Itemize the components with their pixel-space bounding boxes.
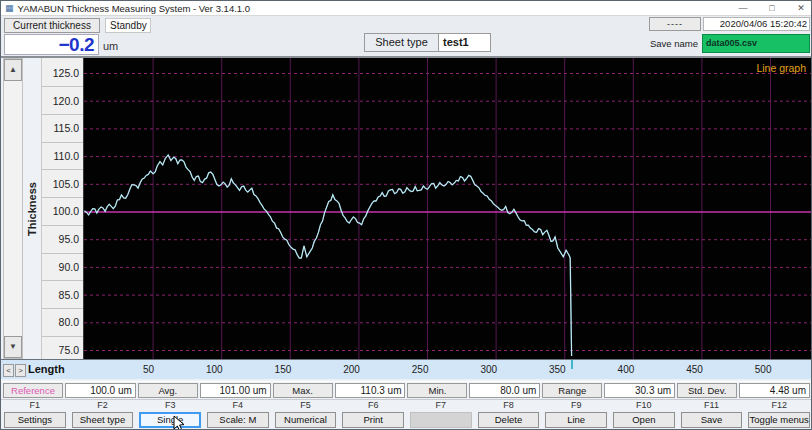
- y-tick-label: 120.0: [42, 87, 83, 115]
- mouse-cursor: [173, 415, 185, 430]
- stat-value: 4.48 um: [739, 383, 810, 398]
- fn-button-sheet-type[interactable]: Sheet type: [72, 412, 134, 428]
- y-tick-label: 110.0: [42, 143, 83, 171]
- y-tick-label: 100.0: [42, 198, 83, 226]
- stat-value: 80.0 um: [469, 383, 540, 398]
- app-icon: ▦: [5, 4, 14, 13]
- window-title: YAMABUN Thickness Measuring System - Ver…: [18, 3, 251, 14]
- y-tick-label: 115.0: [42, 115, 83, 143]
- chart-mode-label: Line graph: [756, 62, 806, 74]
- title-bar: ▦ YAMABUN Thickness Measuring System - V…: [1, 1, 811, 16]
- fn-button-toggle-menus[interactable]: Toggle menus: [748, 412, 810, 428]
- y-tick-label: 85.0: [42, 281, 83, 309]
- fn-button-delete[interactable]: Delete: [478, 412, 540, 428]
- fn-button-save[interactable]: Save: [681, 412, 743, 428]
- y-tick-label: 80.0: [42, 309, 83, 337]
- stat-label: Reference: [3, 383, 63, 398]
- scroll-left-icon[interactable]: <: [3, 364, 14, 377]
- fn-key-label: F11: [678, 400, 746, 411]
- header: Current thickness Standby −0.2 um Sheet …: [1, 16, 811, 56]
- fn-key-label: F10: [610, 400, 678, 411]
- stat-pair: Max.110.3 um: [273, 383, 406, 398]
- stat-pair: Std. Dev.4.48 um: [677, 383, 810, 398]
- maximize-button[interactable]: □: [766, 3, 778, 13]
- x-tick-label: 50: [124, 364, 154, 375]
- fn-button-empty: [410, 412, 472, 428]
- thickness-chart: Line graph: [83, 58, 811, 359]
- y-tick-label: 105.0: [42, 170, 83, 198]
- function-key-bar: F1SettingsF2Sheet typeF3SingleF4Scale: M…: [1, 399, 811, 430]
- stat-value: 30.3 um: [604, 383, 675, 398]
- x-tick-label: 450: [673, 364, 703, 375]
- x-tick-label: 350: [536, 364, 566, 375]
- x-tick-label: 300: [467, 364, 497, 375]
- x-tick-label: 100: [193, 364, 223, 375]
- fn-button-scale-m[interactable]: Scale: M: [207, 412, 269, 428]
- fn-key-label: F5: [272, 400, 340, 411]
- stat-pair: Avg.101.00 um: [138, 383, 271, 398]
- fn-key-label: F8: [475, 400, 543, 411]
- fn-key-label: F6: [339, 400, 407, 411]
- y-tick-label: 90.0: [42, 254, 83, 282]
- save-name-field: data005.csv: [702, 34, 810, 53]
- app-window: ▦ YAMABUN Thickness Measuring System - V…: [0, 0, 812, 430]
- fn-button-print[interactable]: Print: [342, 412, 404, 428]
- fn-key-label: F1: [1, 400, 69, 411]
- x-tick-label: 400: [604, 364, 634, 375]
- y-axis-title: Thickness: [23, 58, 41, 359]
- dashes-button[interactable]: ----: [649, 17, 701, 31]
- thickness-unit: um: [103, 40, 118, 52]
- stat-label: Avg.: [138, 383, 198, 398]
- stat-label: Min.: [407, 383, 467, 398]
- fn-button-open[interactable]: Open: [613, 412, 675, 428]
- fn-button-numerical[interactable]: Numerical: [275, 412, 337, 428]
- x-tick-label: 250: [399, 364, 429, 375]
- scroll-up-icon[interactable]: ▲: [4, 59, 22, 81]
- stat-label: Range: [542, 383, 602, 398]
- fn-button-settings[interactable]: Settings: [4, 412, 66, 428]
- scroll-right-icon[interactable]: >: [15, 364, 26, 377]
- fn-key-label: F2: [69, 400, 137, 411]
- vertical-scrollbar[interactable]: ▲ ▼: [3, 58, 23, 359]
- thickness-value-display: −0.2: [4, 34, 99, 55]
- status-badge: Standby: [105, 18, 151, 33]
- minimize-button[interactable]: —: [737, 3, 749, 13]
- x-axis: < > Length 50100150200250300350400450500: [1, 359, 811, 379]
- sheet-type-field[interactable]: test1: [438, 33, 491, 52]
- save-name-label: Save name: [650, 38, 698, 49]
- fn-key-label: F9: [542, 400, 610, 411]
- data-end-tick: [571, 360, 573, 369]
- stat-value: 100.0 um: [65, 383, 136, 398]
- sheet-type-label: Sheet type: [364, 33, 439, 52]
- fn-button-line[interactable]: Line: [545, 412, 607, 428]
- current-thickness-label: Current thickness: [4, 18, 100, 33]
- x-tick-label: 200: [330, 364, 360, 375]
- fn-key-label: F4: [204, 400, 272, 411]
- y-axis: 125.0120.0115.0110.0105.0100.095.090.085…: [41, 58, 83, 359]
- y-tick-label: 95.0: [42, 226, 83, 254]
- stat-label: Std. Dev.: [677, 383, 737, 398]
- chart-canvas: [84, 58, 812, 359]
- y-tick-label: 125.0: [42, 60, 83, 88]
- scroll-down-icon[interactable]: ▼: [4, 336, 22, 358]
- fn-key-label: F7: [407, 400, 475, 411]
- stat-pair: Range30.3 um: [542, 383, 675, 398]
- stat-label: Max.: [273, 383, 333, 398]
- stat-value: 110.3 um: [335, 383, 406, 398]
- close-button[interactable]: ✕: [795, 3, 807, 13]
- x-tick-label: 500: [742, 364, 772, 375]
- fn-key-label: F3: [136, 400, 204, 411]
- x-axis-title: Length: [28, 363, 82, 378]
- stat-pair: Reference100.0 um: [3, 383, 136, 398]
- timestamp: 2020/04/06 15:20:42: [703, 17, 810, 31]
- stats-row: Reference100.0 umAvg.101.00 umMax.110.3 …: [1, 381, 811, 398]
- x-tick-label: 150: [261, 364, 291, 375]
- stat-value: 101.00 um: [200, 383, 271, 398]
- fn-button-single[interactable]: Single: [139, 412, 201, 428]
- stat-pair: Min.80.0 um: [407, 383, 540, 398]
- fn-key-label: F12: [745, 400, 812, 411]
- thickness-value: −0.2: [5, 35, 98, 54]
